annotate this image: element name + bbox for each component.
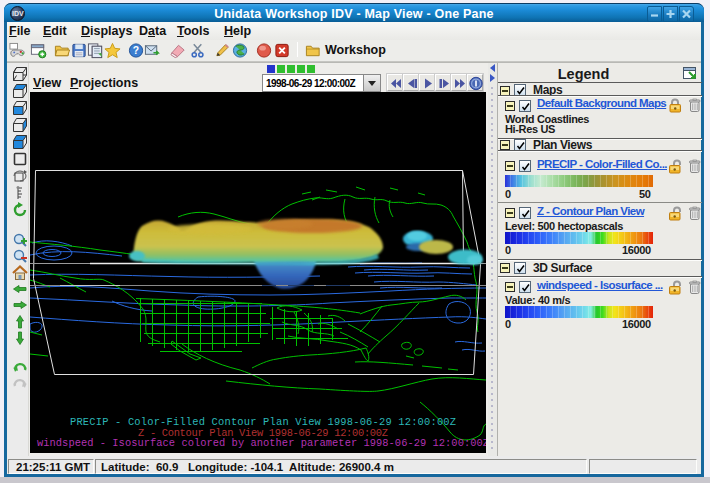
svg-text:windspeed - Isosurface colored: windspeed - Isosurface colored by anothe… [37,437,486,449]
svg-text:?: ? [133,45,139,56]
